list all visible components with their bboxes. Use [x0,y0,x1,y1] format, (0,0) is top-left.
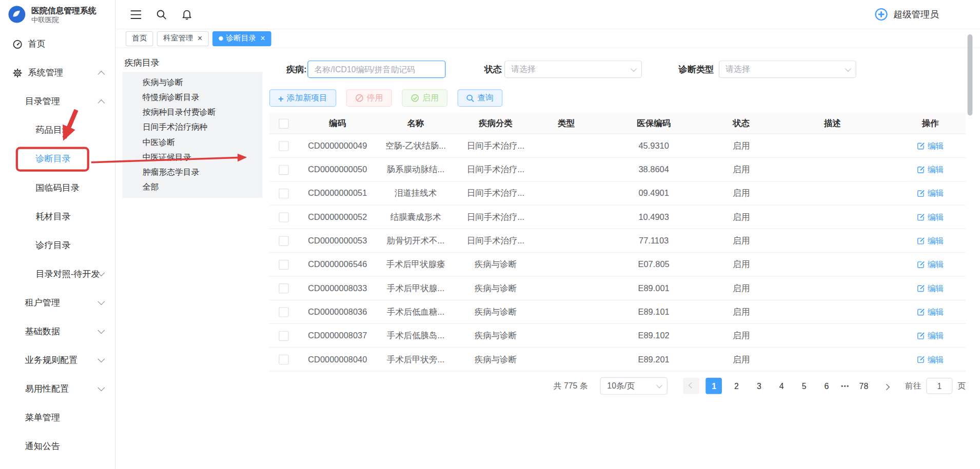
cell-code: CD0000008037 [298,331,378,340]
medical-cross-icon [874,8,888,22]
close-icon[interactable]: × [198,34,202,43]
row-checkbox[interactable] [279,236,288,246]
page-button-1[interactable]: 1 [706,378,722,394]
page-button-2[interactable]: 2 [729,378,745,394]
edit-button[interactable]: 编辑 [917,259,944,270]
user-menu[interactable]: 超级管理员 [874,8,939,22]
sidebar-item-catalog-mapping[interactable]: 目录对照-待开发 [0,260,115,289]
tab-diagnosis-catalog[interactable]: 诊断目录 × [212,31,271,46]
cell-category: 疾病与诊断 [454,282,537,294]
sidebar-item-treatment-catalog[interactable]: 诊疗目录 [0,231,115,260]
select-all-checkbox[interactable] [279,118,288,128]
catalog-item-special-chronic[interactable]: 特慢病诊断目录 [123,90,263,105]
goto-page-input[interactable] [926,378,952,394]
tab-home[interactable]: 首页 [126,31,153,46]
table-header-cell: 疾病分类 [454,118,537,129]
next-page-button[interactable] [878,378,894,394]
page-size-select[interactable]: 10条/页 [600,377,668,395]
row-checkbox[interactable] [279,307,288,317]
sidebar-item-base-data[interactable]: 基础数据 [0,317,115,346]
sidebar-item-catalog-mgmt[interactable]: 目录管理 [0,88,115,116]
catalog-item-day-surgery[interactable]: 日间手术治疗病种 [123,120,263,135]
diag-type-select[interactable]: 请选择 [719,60,856,78]
cell-status: 启用 [713,164,770,175]
cell-name: 肋骨切开术不... [378,235,454,247]
cell-code: CD0000006546 [298,260,378,269]
cell-insurance-code: E07.805 [595,260,713,269]
collapse-menu-button[interactable] [131,10,142,19]
cell-code: CD0000000050 [298,165,378,174]
table-header-cell: 类型 [538,118,595,129]
edit-button[interactable]: 编辑 [917,140,944,151]
cell-insurance-code: 10.4903 [595,212,713,221]
user-name: 超级管理员 [893,8,938,20]
notifications-button[interactable] [182,9,191,20]
catalog-item-all[interactable]: 全部 [123,180,263,195]
chevron-down-icon [97,384,105,392]
sidebar-item-national-code-catalog[interactable]: 国临码目录 [0,174,115,202]
sidebar-item-tenant-mgmt[interactable]: 租户管理 [0,289,115,317]
sidebar-item-diagnosis-catalog[interactable]: 诊断目录 [0,145,115,174]
sidebar-item-menu-mgmt[interactable]: 菜单管理 [0,403,115,432]
cell-code: CD0000008036 [298,307,378,316]
page-button-78[interactable]: 78 [856,378,872,394]
cell-name: 手术后甲状旁... [378,354,454,365]
row-checkbox[interactable] [279,141,288,151]
sidebar-item-consumable-catalog[interactable]: 耗材目录 [0,202,115,231]
catalog-item-tcm-syndrome[interactable]: 中医证候目录 [123,150,263,165]
sidebar-item-drug-catalog[interactable]: 药品目录 [0,116,115,145]
active-tab-dot [219,36,223,41]
edit-button[interactable]: 编辑 [917,306,944,317]
page-scrollbar[interactable] [968,0,973,469]
row-checkbox[interactable] [279,331,288,340]
enable-label: 启用 [422,92,439,104]
row-checkbox[interactable] [279,354,288,364]
sidebar-item-system-mgmt[interactable]: 系统管理 [0,59,115,88]
edit-button[interactable]: 编辑 [917,354,944,365]
status-select[interactable]: 请选择 [504,60,642,78]
edit-icon [917,332,925,340]
add-item-button[interactable]: + 添加新项目 [269,89,336,107]
disease-search-input[interactable] [307,60,445,78]
sidebar-item-notice[interactable]: 通知公告 [0,432,115,461]
filter-bar: 疾病: 状态 请选择 诊断类型 请选择 [115,60,980,78]
circle-check-icon [410,94,419,103]
cell-insurance-code: 09.4901 [595,189,713,198]
edit-button[interactable]: 编辑 [917,282,944,294]
cell-status: 启用 [713,354,770,365]
scrollbar-thumb[interactable] [968,34,973,115]
sidebar-item-home[interactable]: 首页 [0,30,115,58]
close-icon[interactable]: × [260,34,265,43]
bell-icon [182,9,191,20]
query-button[interactable]: 查询 [457,89,502,107]
page-button-3[interactable]: 3 [751,378,768,394]
row-checkbox[interactable] [279,212,288,222]
page-button-6[interactable]: 6 [818,378,835,394]
edit-button[interactable]: 编辑 [917,164,944,175]
row-checkbox[interactable] [279,188,288,198]
edit-button[interactable]: 编辑 [917,235,944,247]
disable-button[interactable]: 停用 [346,89,392,107]
edit-button[interactable]: 编辑 [917,188,944,199]
catalog-item-drg-payment[interactable]: 按病种目录付费诊断 [123,105,263,120]
global-search-button[interactable] [156,9,167,20]
row-checkbox[interactable] [279,283,288,293]
catalog-item-tumor-morphology[interactable]: 肿瘤形态学目录 [123,165,263,180]
row-checkbox[interactable] [279,259,288,269]
tab-dept-mgmt[interactable]: 科室管理 × [157,31,209,46]
pagination-ellipsis[interactable]: ••• [841,382,849,389]
cell-name: 空肠-乙状结肠... [378,140,454,151]
sidebar-item-business-rules[interactable]: 业务规则配置 [0,346,115,375]
row-checkbox[interactable] [279,165,288,174]
sidebar-item-label: 国临码目录 [35,182,79,194]
sidebar-item-usability-config[interactable]: 易用性配置 [0,375,115,403]
prev-page-button[interactable] [683,378,700,394]
circle-slash-icon [355,94,364,103]
page-button-4[interactable]: 4 [773,378,790,394]
edit-button[interactable]: 编辑 [917,330,944,341]
catalog-item-tcm-diagnosis[interactable]: 中医诊断 [123,135,263,150]
edit-label: 编辑 [928,140,944,151]
edit-button[interactable]: 编辑 [917,211,944,222]
enable-button[interactable]: 启用 [402,89,447,107]
page-button-5[interactable]: 5 [796,378,812,394]
